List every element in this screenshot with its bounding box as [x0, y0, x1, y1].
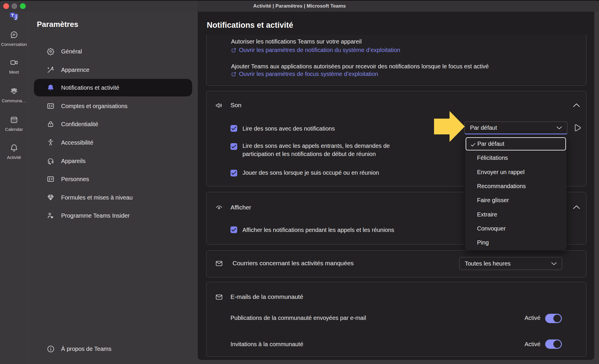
- sidebar-item-apparence[interactable]: Apparence: [34, 61, 192, 79]
- mail-icon: [215, 260, 223, 267]
- menu-item-f-licitations[interactable]: Félicitations: [465, 151, 567, 165]
- display-notifications-label: Afficher les notifications pendant les a…: [242, 227, 394, 233]
- calendar-icon: [0, 116, 28, 124]
- collapse-display-chevron-up-icon[interactable]: [572, 203, 581, 212]
- open-focus-settings-link[interactable]: Ouvrir les paramètres de focus système d…: [231, 71, 378, 77]
- speaker-icon: [215, 102, 223, 109]
- sidebar-item-g-n-ral[interactable]: Général: [34, 43, 192, 60]
- external-link-icon: [231, 71, 239, 77]
- sidebar-item-label: Formules et mises à niveau: [61, 194, 133, 201]
- gear-icon: [47, 48, 54, 55]
- allow-notifications-text: Autoriser les notifications Teams sur vo…: [231, 38, 362, 45]
- sidebar-item-accessibilit-[interactable]: Accessibilité: [34, 134, 192, 151]
- menu-item-label: Par défaut: [477, 141, 504, 147]
- rail-item-label: Calendar: [0, 127, 28, 132]
- community-emails-title: E-mails de la communauté: [230, 293, 303, 300]
- notifications-permission-card: Autoriser les notifications Teams sur vo…: [206, 35, 586, 86]
- lock-icon: [47, 120, 54, 128]
- menu-item-ping[interactable]: Ping: [465, 235, 567, 249]
- bell-filled-icon: [47, 84, 54, 91]
- menu-item-faire-glisser[interactable]: Faire glisser: [465, 193, 567, 207]
- sound-busy-label: Jouer des sons lorsque je suis occupé ou…: [242, 169, 379, 176]
- sidebar-item-label: Général: [61, 48, 82, 55]
- sidebar-item-about-teams[interactable]: À propos de Teams: [34, 340, 192, 358]
- window-title: Activité | Paramètres | Microsoft Teams: [0, 1, 599, 12]
- page-title: Notifications et activité: [207, 21, 293, 30]
- sidebar-item-label: Comptes et organisations: [61, 103, 128, 110]
- rail-item-calendar[interactable]: Calendar: [0, 116, 28, 132]
- teams-logo[interactable]: [10, 12, 19, 20]
- toggle-knob: [553, 315, 561, 322]
- menu-item-label: Recommandations: [477, 183, 526, 189]
- rail-item-label: Activité: [0, 155, 28, 160]
- menu-item-par-d-faut[interactable]: Par défaut: [466, 137, 566, 150]
- sidebar-item-formules-et-mises-niveau[interactable]: Formules et mises à niveau: [34, 189, 192, 206]
- community-icon: [0, 87, 28, 95]
- rail-item-meet[interactable]: Meet: [0, 58, 28, 74]
- eye-icon: [215, 204, 223, 212]
- bell-outline-icon: [0, 144, 28, 152]
- sidebar-item-label: Notifications et activité: [61, 84, 119, 91]
- rail-item-conversation[interactable]: Conversation: [0, 31, 28, 47]
- menu-item-envoyer-un-rappel[interactable]: Envoyer un rappel: [465, 165, 567, 179]
- sound-calls-label: Lire des sons avec les appels entrants, …: [242, 142, 412, 158]
- accessibility-icon: [47, 139, 54, 146]
- sound-section-title: Son: [230, 102, 241, 109]
- collapse-sound-chevron-up-icon[interactable]: [572, 101, 581, 110]
- rail-item-communa-[interactable]: Communa…: [0, 87, 28, 103]
- notification-sound-menu: Par défautFélicitationsEnvoyer un rappel…: [465, 137, 567, 250]
- menu-item-label: Extraire: [477, 211, 497, 218]
- person-heart-icon: [47, 212, 54, 219]
- diamond-icon: [47, 194, 54, 201]
- sidebar-item-notifications-et-activit-[interactable]: Notifications et activité: [34, 79, 192, 96]
- contact-card-icon: [47, 102, 54, 110]
- community-posts-state: Activé: [524, 315, 541, 321]
- menu-item-label: Ping: [477, 239, 489, 246]
- sound-busy-checkbox[interactable]: [230, 170, 237, 176]
- menu-item-convoquer[interactable]: Convoquer: [465, 221, 567, 235]
- pointer-arrow-annotation: [433, 110, 466, 143]
- rail-item-label: Conversation: [0, 42, 28, 47]
- settings-sidebar: Paramètres GénéralApparenceNotifications…: [28, 12, 198, 364]
- missed-activity-card: Courriers concernant les activités manqu…: [206, 250, 586, 278]
- teams-window: Activité | Paramètres | Microsoft Teams …: [0, 1, 599, 364]
- sidebar-item-comptes-et-organisations[interactable]: Comptes et organisations: [34, 97, 192, 115]
- sidebar-item-label: Confidentialité: [61, 121, 98, 128]
- menu-item-label: Faire glisser: [477, 197, 509, 203]
- video-icon: [0, 58, 28, 67]
- sidebar-item-programme-teams-insider[interactable]: Programme Teams Insider: [34, 207, 192, 224]
- sidebar-item-label: Personnes: [61, 176, 89, 183]
- missed-activity-label: Courriers concernant les activités manqu…: [233, 260, 354, 267]
- menu-item-extraire[interactable]: Extraire: [465, 207, 567, 221]
- sidebar-item-confidentialit-[interactable]: Confidentialité: [34, 115, 192, 133]
- sound-notifications-label: Lire des sons avec des notifications: [242, 125, 335, 132]
- community-posts-toggle[interactable]: [545, 314, 562, 323]
- notification-sound-select[interactable]: Par défaut: [464, 122, 567, 134]
- info-icon: [47, 345, 54, 353]
- settings-title: Paramètres: [37, 20, 78, 29]
- play-sound-button[interactable]: [574, 124, 582, 132]
- open-notification-settings-link[interactable]: Ouvrir les paramètres de notification du…: [231, 47, 400, 53]
- rail-item-label: Meet: [0, 70, 28, 74]
- titlebar: Activité | Paramètres | Microsoft Teams: [0, 1, 599, 12]
- external-link-icon: [231, 47, 239, 53]
- community-invites-state: Activé: [524, 341, 541, 348]
- rail-item-activit-[interactable]: Activité: [0, 144, 28, 160]
- sound-notifications-checkbox[interactable]: [230, 125, 237, 132]
- menu-item-label: Envoyer un rappel: [477, 169, 524, 175]
- community-invites-toggle[interactable]: [545, 339, 562, 349]
- display-notifications-checkbox[interactable]: [230, 226, 237, 233]
- sound-calls-checkbox[interactable]: [230, 143, 237, 150]
- sidebar-item-label: Accessibilité: [61, 139, 93, 146]
- focus-notifications-text: Ajouter Teams aux applications autorisée…: [231, 63, 489, 70]
- menu-item-recommandations[interactable]: Recommandations: [465, 179, 567, 193]
- sidebar-item-personnes[interactable]: Personnes: [34, 170, 192, 188]
- missed-activity-frequency-select[interactable]: Toutes les heures: [459, 257, 562, 270]
- menu-item-label: Convoquer: [477, 225, 506, 232]
- sidebar-item-label: Apparence: [61, 67, 89, 73]
- chevron-down-icon: [555, 124, 563, 131]
- link-label: Ouvrir les paramètres de focus système d…: [239, 71, 378, 77]
- sidebar-item-appareils[interactable]: Appareils: [34, 152, 192, 170]
- sidebar-item-label: Programme Teams Insider: [61, 212, 130, 219]
- link-label: Ouvrir les paramètres de notification du…: [239, 47, 400, 53]
